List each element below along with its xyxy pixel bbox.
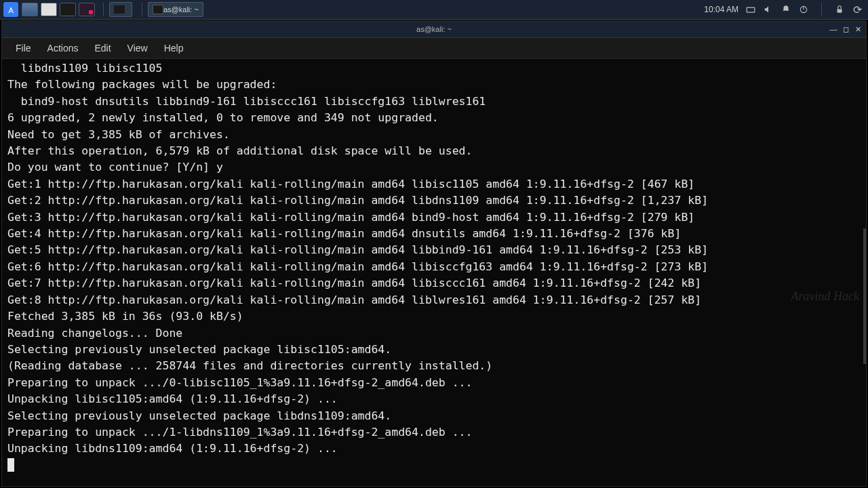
panel-right: 10:04 AM ⟳ — [704, 3, 868, 16]
refresh-icon[interactable]: ⟳ — [852, 4, 863, 15]
window-titlebar[interactable]: as@kali: ~ — ◻ ✕ — [2, 21, 866, 38]
terminal-line: Fetched 3,385 kB in 36s (93.0 kB/s) — [7, 308, 861, 325]
workspace-button[interactable] — [109, 2, 132, 17]
terminal-line: Get:3 http://ftp.harukasan.org/kali kali… — [7, 209, 861, 226]
maximize-button[interactable]: ◻ — [840, 24, 851, 35]
separator — [821, 3, 822, 16]
svg-rect-0 — [747, 7, 755, 12]
minimize-button[interactable]: — — [828, 24, 839, 35]
desktop-panel: ⟑ as@kali: ~ 10:04 AM ⟳ — [0, 0, 868, 20]
kali-logo-icon: ⟑ — [3, 2, 18, 17]
menu-view[interactable]: View — [119, 40, 156, 56]
terminal-line: libdns1109 libisc1105 — [7, 60, 861, 77]
power-icon[interactable] — [798, 4, 809, 15]
terminal-line: Unpacking libdns1109:amd64 (1:9.11.16+df… — [7, 441, 861, 457]
app-icon — [79, 3, 95, 16]
terminal-line: Get:2 http://ftp.harukasan.org/kali kali… — [7, 192, 861, 209]
terminal-line: After this operation, 6,579 kB of additi… — [7, 143, 861, 159]
terminal-line: Get:4 http://ftp.harukasan.org/kali kali… — [7, 226, 861, 242]
svg-rect-3 — [837, 9, 842, 12]
window-controls: — ◻ ✕ — [828, 24, 863, 35]
terminal-line: Get:1 http://ftp.harukasan.org/kali kali… — [7, 176, 861, 192]
window-icon — [41, 3, 57, 16]
taskbar-window-button[interactable]: as@kali: ~ — [148, 2, 203, 17]
terminal-line: 6 upgraded, 2 newly installed, 0 to remo… — [7, 110, 861, 126]
terminal-line: Reading changelogs... Done — [7, 325, 861, 342]
menu-edit[interactable]: Edit — [86, 40, 119, 56]
taskbar-window-title: as@kali: ~ — [163, 5, 199, 14]
terminal-line: Get:8 http://ftp.harukasan.org/kali kali… — [7, 292, 861, 308]
panel-left: ⟑ as@kali: ~ — [0, 2, 208, 17]
window-icon — [22, 3, 38, 16]
terminal-icon — [60, 3, 76, 16]
terminal-line: Get:7 http://ftp.harukasan.org/kali kali… — [7, 275, 861, 291]
terminal-line: Unpacking libisc1105:amd64 (1:9.11.16+df… — [7, 391, 861, 407]
separator — [142, 3, 142, 16]
window-title: as@kali: ~ — [416, 25, 452, 33]
terminal-line: bind9-host dnsutils libbind9-161 libiscc… — [7, 94, 861, 110]
menu-actions[interactable]: Actions — [39, 40, 87, 56]
notification-bell-icon[interactable] — [781, 4, 791, 15]
terminal-line: Get:6 http://ftp.harukasan.org/kali kali… — [7, 259, 861, 275]
close-button[interactable]: ✕ — [852, 24, 863, 35]
scrollbar[interactable] — [863, 228, 866, 364]
terminal-line: Preparing to unpack .../1-libdns1109_1%3… — [7, 424, 861, 441]
lock-icon[interactable] — [834, 4, 845, 15]
terminal-line: Get:5 http://ftp.harukasan.org/kali kali… — [7, 242, 861, 258]
keyboard-icon[interactable] — [745, 4, 756, 15]
app-menu-button[interactable]: ⟑ — [3, 2, 19, 17]
terminal-line: Selecting previously unselected package … — [7, 342, 861, 358]
terminal-line: Selecting previously unselected package … — [7, 408, 861, 424]
launcher-2[interactable] — [41, 2, 57, 17]
menubar: File Actions Edit View Help — [2, 38, 866, 59]
terminal-line: The following packages will be upgraded: — [7, 77, 861, 93]
terminal-line: Preparing to unpack .../0-libisc1105_1%3… — [7, 375, 861, 391]
terminal-cursor — [7, 458, 14, 472]
terminal-window: as@kali: ~ — ◻ ✕ File Actions Edit View … — [1, 20, 867, 487]
launcher-1[interactable] — [22, 2, 38, 17]
terminal-line: Need to get 3,385 kB of archives. — [7, 127, 861, 143]
menu-file[interactable]: File — [7, 40, 39, 56]
volume-icon[interactable] — [763, 4, 774, 15]
terminal-icon — [153, 5, 163, 14]
clock[interactable]: 10:04 AM — [704, 5, 738, 14]
launcher-3[interactable] — [60, 2, 76, 17]
launcher-4[interactable] — [79, 2, 95, 17]
terminal-line: (Reading database ... 258744 files and d… — [7, 358, 861, 374]
terminal-line: Do you want to continue? [Y/n] y — [7, 159, 861, 176]
separator — [103, 3, 104, 16]
terminal-output[interactable]: libdns1109 libisc1105The following packa… — [2, 59, 866, 486]
menu-help[interactable]: Help — [156, 40, 192, 56]
workspace-icon — [114, 5, 125, 14]
